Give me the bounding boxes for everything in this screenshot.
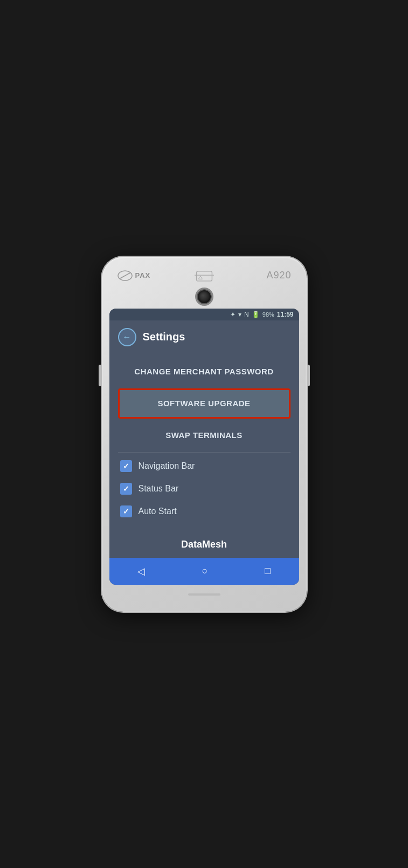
signal-icon: N — [244, 311, 249, 318]
checkmark-status-bar: ✓ — [123, 484, 129, 493]
side-button-left[interactable] — [99, 365, 102, 386]
checkbox-status-bar-label: Status Bar — [139, 484, 179, 494]
bottom-strip — [188, 593, 220, 596]
camera-area — [109, 289, 299, 304]
swap-terminals-label: SWAP TERMINALS — [165, 430, 243, 440]
nav-home-button[interactable]: ○ — [191, 563, 219, 579]
battery-percent: 98% — [262, 311, 274, 318]
checkmark-auto-start: ✓ — [123, 507, 129, 516]
device-top-bar: PAX A920 — [109, 266, 299, 287]
checkbox-auto-start[interactable]: ✓ Auto Start — [118, 500, 291, 523]
software-upgrade-button[interactable]: SOFTWARE UPGRADE — [118, 388, 291, 419]
camera-lens — [197, 289, 212, 304]
svg-rect-2 — [196, 271, 212, 281]
checkbox-status-bar[interactable]: ✓ Status Bar — [118, 477, 291, 500]
svg-line-1 — [120, 273, 130, 278]
wifi-icon: ▾ — [238, 311, 241, 318]
change-password-label: CHANGE MERCHANT PASSWORD — [134, 367, 273, 376]
divider-1 — [118, 452, 291, 453]
checkbox-navigation-bar-box[interactable]: ✓ — [120, 460, 132, 472]
battery-icon: 🔋 — [252, 311, 260, 318]
checkbox-status-bar-box[interactable]: ✓ — [120, 483, 132, 495]
device-body: PAX A920 ✦ ▾ N 🔋 98% 11:59 — [102, 257, 307, 612]
pax-logo-icon — [117, 270, 133, 282]
checkbox-navigation-bar-label: Navigation Bar — [139, 461, 195, 471]
pax-brand-text: PAX — [135, 271, 151, 279]
navigation-bar: ◁ ○ □ — [109, 558, 299, 585]
status-icons: ✦ ▾ N 🔋 98% 11:59 — [230, 311, 293, 318]
header-row: ← Settings — [118, 328, 291, 346]
checkbox-auto-start-label: Auto Start — [139, 507, 177, 516]
back-button[interactable]: ← — [118, 328, 136, 346]
time-display: 11:59 — [277, 311, 294, 318]
screen-content: ← Settings CHANGE MERCHANT PASSWORD SOFT… — [109, 320, 299, 558]
swap-terminals-button[interactable]: SWAP TERMINALS — [118, 422, 291, 449]
back-arrow-icon: ← — [123, 333, 132, 341]
page-title: Settings — [143, 331, 185, 343]
bluetooth-icon: ✦ — [230, 311, 236, 318]
checkbox-navigation-bar[interactable]: ✓ Navigation Bar — [118, 455, 291, 477]
side-button-right[interactable] — [307, 365, 310, 386]
footer-brand: DataMesh — [118, 523, 291, 558]
checkbox-auto-start-box[interactable]: ✓ — [120, 505, 132, 517]
nav-back-button[interactable]: ◁ — [127, 563, 156, 579]
checkmark-navigation-bar: ✓ — [123, 462, 129, 470]
card-reader-icon — [195, 268, 214, 283]
change-password-button[interactable]: CHANGE MERCHANT PASSWORD — [118, 358, 291, 385]
nav-recents-button[interactable]: □ — [254, 563, 281, 579]
device-bottom — [109, 589, 299, 600]
device-model-text: A920 — [266, 270, 291, 281]
software-upgrade-label: SOFTWARE UPGRADE — [157, 399, 250, 408]
card-slot-icon — [195, 268, 214, 283]
svg-marker-4 — [198, 276, 202, 278]
brand-name: DataMesh — [181, 539, 227, 550]
screen: ✦ ▾ N 🔋 98% 11:59 ← Settings CHANGE MERC… — [109, 309, 299, 585]
pax-logo: PAX — [117, 270, 151, 282]
status-bar: ✦ ▾ N 🔋 98% 11:59 — [109, 309, 299, 320]
